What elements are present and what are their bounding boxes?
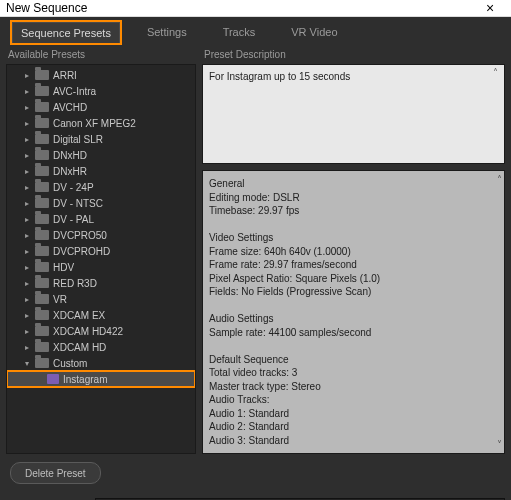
preset-folder[interactable]: ▸AVCHD [7, 99, 195, 115]
chevron-down-icon: ˅ [497, 438, 502, 452]
folder-icon [35, 278, 49, 288]
folder-icon [35, 262, 49, 272]
tree-item-label: DNxHD [53, 150, 87, 161]
folder-icon [35, 246, 49, 256]
preset-item[interactable]: Instagram [7, 371, 195, 387]
preset-folder[interactable]: ▸XDCAM EX [7, 307, 195, 323]
preset-info-text: GeneralEditing mode: DSLRTimebase: 29.97… [209, 177, 498, 447]
folder-icon [35, 326, 49, 336]
delete-preset-button[interactable]: Delete Preset [10, 462, 101, 484]
chevron-right-icon[interactable]: ▸ [23, 135, 31, 144]
preset-folder[interactable]: ▸DVCPROHD [7, 243, 195, 259]
preset-folder[interactable]: ▸HDV [7, 259, 195, 275]
preset-folder[interactable]: ▸ARRI [7, 67, 195, 83]
chevron-right-icon[interactable]: ▸ [23, 167, 31, 176]
folder-icon [35, 230, 49, 240]
chevron-right-icon[interactable]: ▸ [23, 327, 31, 336]
preset-folder[interactable]: ▸Digital SLR [7, 131, 195, 147]
chevron-right-icon[interactable]: ▸ [23, 295, 31, 304]
close-icon[interactable]: × [475, 0, 505, 16]
tree-item-label: Custom [53, 358, 87, 369]
tab-settings[interactable]: Settings [138, 21, 196, 43]
preset-description-box[interactable]: For Instagram up to 15 seconds ˄ [202, 64, 505, 164]
tab-sequence-presets[interactable]: Sequence Presets [12, 22, 120, 43]
preset-folder[interactable]: ▸DV - 24P [7, 179, 195, 195]
chevron-right-icon[interactable]: ▸ [23, 215, 31, 224]
tree-item-label: VR [53, 294, 67, 305]
chevron-right-icon[interactable]: ▸ [23, 71, 31, 80]
preset-folder[interactable]: ▸AVC-Intra [7, 83, 195, 99]
folder-icon [35, 198, 49, 208]
chevron-up-icon: ˄ [497, 173, 502, 187]
folder-icon [35, 358, 49, 368]
chevron-right-icon[interactable]: ▸ [23, 343, 31, 352]
folder-icon [35, 134, 49, 144]
chevron-right-icon[interactable]: ▸ [23, 183, 31, 192]
preset-folder[interactable]: ▸DV - NTSC [7, 195, 195, 211]
folder-icon [35, 166, 49, 176]
tree-item-label: XDCAM HD [53, 342, 106, 353]
preset-folder[interactable]: ▸DNxHR [7, 163, 195, 179]
folder-icon [35, 310, 49, 320]
preset-folder[interactable]: ▸DV - PAL [7, 211, 195, 227]
preset-folder[interactable]: ▸XDCAM HD [7, 339, 195, 355]
preset-folder[interactable]: ▾Custom [7, 355, 195, 371]
folder-icon [35, 102, 49, 112]
folder-icon [35, 182, 49, 192]
tree-item-label: Digital SLR [53, 134, 103, 145]
tab-vr-video[interactable]: VR Video [282, 21, 346, 43]
chevron-right-icon[interactable]: ▸ [23, 263, 31, 272]
tree-item-label: DV - NTSC [53, 198, 103, 209]
preset-folder[interactable]: ▸Canon XF MPEG2 [7, 115, 195, 131]
chevron-right-icon[interactable]: ▸ [23, 199, 31, 208]
chevron-right-icon[interactable]: ▸ [23, 151, 31, 160]
tree-item-label: XDCAM HD422 [53, 326, 123, 337]
tree-item-label: DV - PAL [53, 214, 94, 225]
preset-folder[interactable]: ▸DVCPRO50 [7, 227, 195, 243]
folder-icon [35, 150, 49, 160]
tree-item-label: HDV [53, 262, 74, 273]
chevron-right-icon[interactable]: ▸ [23, 279, 31, 288]
tree-item-label: AVC-Intra [53, 86, 96, 97]
chevron-right-icon[interactable]: ▸ [23, 231, 31, 240]
available-presets-panel: Available Presets ▸ARRI▸AVC-Intra▸AVCHD▸… [6, 47, 196, 454]
preset-details-panel: Preset Description For Instagram up to 1… [202, 47, 505, 454]
preset-folder[interactable]: ▸DNxHD [7, 147, 195, 163]
window-title: New Sequence [6, 1, 475, 15]
tree-item-label: DNxHR [53, 166, 87, 177]
preset-folder[interactable]: ▸VR [7, 291, 195, 307]
preset-tree[interactable]: ▸ARRI▸AVC-Intra▸AVCHD▸Canon XF MPEG2▸Dig… [6, 64, 196, 454]
preset-folder[interactable]: ▸XDCAM HD422 [7, 323, 195, 339]
chevron-down-icon[interactable]: ▾ [23, 359, 31, 368]
tree-item-label: RED R3D [53, 278, 97, 289]
preset-description-text: For Instagram up to 15 seconds [209, 71, 350, 82]
chevron-right-icon[interactable]: ▸ [23, 311, 31, 320]
titlebar: New Sequence × [0, 0, 511, 17]
footer-left: Delete Preset [6, 462, 505, 484]
chevron-right-icon[interactable]: ▸ [23, 247, 31, 256]
folder-icon [35, 342, 49, 352]
tree-item-label: Canon XF MPEG2 [53, 118, 136, 129]
tree-item-label: AVCHD [53, 102, 87, 113]
tree-item-label: ARRI [53, 70, 77, 81]
chevron-up-icon: ˄ [488, 67, 502, 161]
chevron-right-icon[interactable]: ▸ [23, 103, 31, 112]
preset-folder[interactable]: ▸RED R3D [7, 275, 195, 291]
folder-icon [35, 214, 49, 224]
panels: Available Presets ▸ARRI▸AVC-Intra▸AVCHD▸… [6, 47, 505, 454]
chevron-right-icon[interactable]: ▸ [23, 87, 31, 96]
folder-icon [35, 118, 49, 128]
folder-icon [35, 86, 49, 96]
tree-item-label: DVCPRO50 [53, 230, 107, 241]
preset-description-label: Preset Description [204, 49, 503, 60]
new-sequence-window: New Sequence × Sequence PresetsSettingsT… [0, 0, 511, 500]
tab-bar: Sequence PresetsSettingsTracksVR Video [6, 21, 505, 43]
preset-info-box[interactable]: ˄ ˅ GeneralEditing mode: DSLRTimebase: 2… [202, 170, 505, 454]
tree-item-label: DVCPROHD [53, 246, 110, 257]
dialog-body: Sequence PresetsSettingsTracksVR Video A… [0, 17, 511, 500]
tree-item-label: DV - 24P [53, 182, 94, 193]
folder-icon [35, 294, 49, 304]
folder-icon [35, 70, 49, 80]
chevron-right-icon[interactable]: ▸ [23, 119, 31, 128]
tab-tracks[interactable]: Tracks [214, 21, 265, 43]
